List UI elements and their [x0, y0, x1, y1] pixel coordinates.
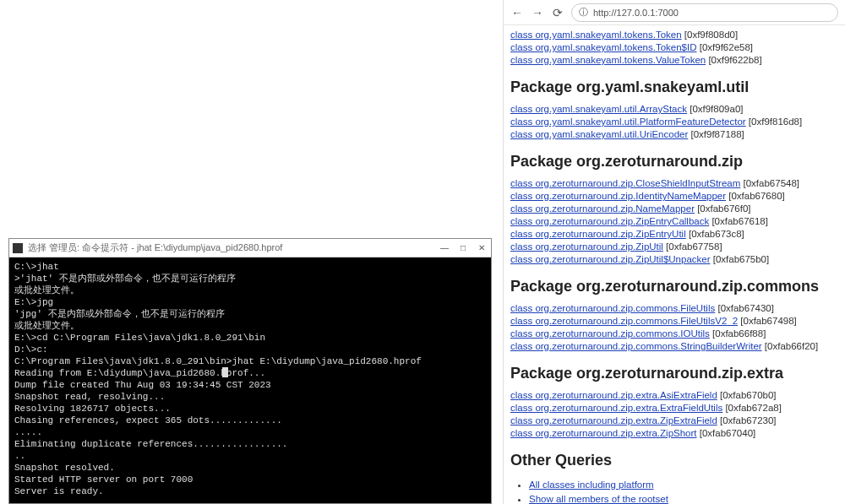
terminal-line: 或批处理文件。 — [14, 320, 486, 332]
class-line: class org.zeroturnaround.zip.NameMapper … — [510, 203, 838, 215]
class-address: [0xfab67230] — [720, 415, 777, 425]
class-address: [0xfab67758] — [666, 241, 722, 252]
terminal-line: Snapshot resolved. — [14, 462, 486, 474]
class-link[interactable]: class org.zeroturnaround.zip.ZipUtil$Unp… — [510, 254, 711, 264]
class-line: class org.yaml.snakeyaml.tokens.Token$ID… — [510, 41, 838, 54]
other-queries-heading: Other Queries — [510, 452, 838, 469]
list-item: Show all members of the rootset — [529, 492, 838, 504]
terminal-line: C:\Program Files\java\jdk1.8.0_291\bin>j… — [14, 355, 486, 367]
class-line: class org.zeroturnaround.zip.extra.ZipSh… — [510, 427, 838, 440]
url-text: http://127.0.0.1:7000 — [593, 8, 679, 18]
terminal-line: Snapshot read, resolving... — [14, 391, 486, 403]
class-link[interactable]: class org.zeroturnaround.zip.commons.Str… — [510, 341, 762, 351]
terminal-window: 选择 管理员: 命令提示符 - jhat E:\diydump\java_pid… — [8, 238, 492, 504]
terminal-line: E:\>jpg — [14, 296, 486, 308]
class-line: class org.zeroturnaround.zip.commons.Fil… — [510, 302, 838, 315]
window-title: 选择 管理员: 命令提示符 - jhat E:\diydump\java_pid… — [28, 241, 439, 254]
reload-icon[interactable]: ⟳ — [551, 6, 564, 19]
package-heading: Package org.zeroturnaround.zip — [510, 153, 838, 171]
terminal-line: Reading from E:\diydump\java_pid2680.hpr… — [14, 367, 486, 379]
window-title-bar[interactable]: 选择 管理员: 命令提示符 - jhat E:\diydump\java_pid… — [9, 239, 491, 257]
url-input[interactable]: ⓘ http://127.0.0.1:7000 — [571, 3, 838, 22]
class-link[interactable]: class org.zeroturnaround.zip.IdentityNam… — [510, 191, 726, 201]
back-icon[interactable]: ← — [510, 6, 524, 19]
class-address: [0xfab66f20] — [765, 341, 818, 351]
cursor-icon — [222, 367, 228, 377]
query-link[interactable]: Show all members of the rootset — [529, 494, 668, 504]
class-address: [0xf9f808d0] — [684, 30, 738, 40]
query-link[interactable]: All classes including platform — [529, 480, 654, 490]
terminal-line: Started HTTP server on port 7000 — [14, 474, 486, 485]
class-link[interactable]: class org.zeroturnaround.zip.commons.Fil… — [510, 303, 715, 313]
class-link[interactable]: class org.zeroturnaround.zip.commons.Fil… — [510, 316, 738, 326]
class-line: class org.yaml.snakeyaml.tokens.Token [0… — [510, 29, 838, 41]
class-address: [0xf9f809a0] — [690, 104, 743, 114]
class-address: [0xfab67040] — [700, 428, 756, 438]
terminal-line: Resolving 1826717 objects... — [14, 403, 486, 415]
minimize-button[interactable]: — — [439, 242, 450, 254]
terminal-line: Dump file created Thu Aug 03 19:34:45 CS… — [14, 379, 486, 391]
forward-icon[interactable]: → — [531, 6, 544, 19]
class-link[interactable]: class org.yaml.snakeyaml.util.PlatformFe… — [510, 117, 746, 127]
package-heading: Package org.yaml.snakeyaml.util — [510, 79, 838, 96]
class-address: [0xfab672a8] — [725, 403, 782, 413]
terminal-icon — [13, 243, 23, 253]
class-line: class org.zeroturnaround.zip.commons.IOU… — [510, 328, 838, 340]
class-link[interactable]: class org.zeroturnaround.zip.extra.ZipEx… — [510, 415, 717, 425]
page-content: class org.yaml.snakeyaml.tokens.Token [0… — [504, 25, 845, 504]
class-link[interactable]: class org.zeroturnaround.zip.ZipEntryCal… — [510, 216, 709, 226]
class-line: class org.zeroturnaround.zip.commons.Str… — [510, 340, 838, 353]
terminal-line: >'jhat' 不是内部或外部命令，也不是可运行的程序 — [14, 273, 486, 285]
class-link[interactable]: class org.zeroturnaround.zip.CloseShield… — [510, 178, 740, 188]
class-line: class org.zeroturnaround.zip.CloseShield… — [510, 177, 838, 190]
class-line: class org.yaml.snakeyaml.util.UriEncoder… — [510, 128, 838, 141]
class-line: class org.zeroturnaround.zip.ZipEntryCal… — [510, 215, 838, 228]
class-line: class org.zeroturnaround.zip.ZipEntryUti… — [510, 228, 838, 241]
terminal-line: Eliminating duplicate references........… — [14, 438, 486, 450]
class-link[interactable]: class org.yaml.snakeyaml.util.UriEncoder — [510, 129, 688, 139]
package-heading: Package org.zeroturnaround.zip.commons — [510, 278, 838, 295]
class-address: [0xfab67498] — [740, 316, 797, 326]
class-line: class org.yaml.snakeyaml.util.ArrayStack… — [510, 103, 838, 116]
class-link[interactable]: class org.zeroturnaround.zip.ZipUtil — [510, 241, 663, 252]
class-address: [0xfab66f88] — [712, 328, 766, 339]
class-address: [0xf9f87188] — [690, 129, 744, 139]
class-address: [0xfab67430] — [717, 303, 774, 313]
class-link[interactable]: class org.yaml.snakeyaml.util.ArrayStack — [510, 104, 687, 114]
class-address: [0xfab670b0] — [720, 390, 777, 400]
class-line: class org.zeroturnaround.zip.commons.Fil… — [510, 315, 838, 328]
class-link[interactable]: class org.zeroturnaround.zip.NameMapper — [510, 203, 695, 214]
class-line: class org.yaml.snakeyaml.tokens.ValueTok… — [510, 54, 838, 67]
class-link[interactable]: class org.zeroturnaround.zip.extra.ZipSh… — [510, 428, 697, 438]
terminal-line: Server is ready. — [14, 485, 486, 497]
package-heading: Package org.zeroturnaround.zip.extra — [510, 365, 838, 382]
class-link[interactable]: class org.yaml.snakeyaml.tokens.Token — [510, 30, 682, 40]
class-line: class org.zeroturnaround.zip.ZipUtil [0x… — [510, 241, 838, 253]
class-address: [0xfab673c8] — [689, 229, 744, 239]
terminal-line: .. — [14, 450, 486, 462]
class-link[interactable]: class org.zeroturnaround.zip.extra.AsiEx… — [510, 390, 717, 400]
class-address: [0xfab676f0] — [697, 203, 750, 214]
terminal-line: ..... — [14, 426, 486, 438]
class-line: class org.zeroturnaround.zip.ZipUtil$Unp… — [510, 253, 838, 266]
class-line: class org.zeroturnaround.zip.extra.Extra… — [510, 402, 838, 415]
class-link[interactable]: class org.zeroturnaround.zip.extra.Extra… — [510, 403, 722, 413]
terminal-output[interactable]: C:\>jhat>'jhat' 不是内部或外部命令，也不是可运行的程序或批处理文… — [9, 257, 491, 503]
maximize-button[interactable]: □ — [457, 242, 469, 254]
class-line: class org.yaml.snakeyaml.util.PlatformFe… — [510, 116, 838, 128]
browser-window: ← → ⟳ ⓘ http://127.0.0.1:7000 class org.… — [503, 0, 845, 504]
terminal-line: Chasing references, expect 365 dots.....… — [14, 415, 486, 426]
site-info-icon[interactable]: ⓘ — [579, 6, 588, 19]
other-queries-list: All classes including platformShow all m… — [529, 478, 838, 504]
class-link[interactable]: class org.zeroturnaround.zip.ZipEntryUti… — [510, 229, 686, 239]
class-link[interactable]: class org.yaml.snakeyaml.tokens.ValueTok… — [510, 55, 706, 65]
class-link[interactable]: class org.yaml.snakeyaml.tokens.Token$ID — [510, 42, 697, 52]
terminal-line: 'jpg' 不是内部或外部命令，也不是可运行的程序 — [14, 308, 486, 320]
terminal-line: C:\>jhat — [14, 261, 486, 273]
close-button[interactable]: ✕ — [476, 242, 488, 254]
class-address: [0xfab67618] — [711, 216, 768, 226]
class-address: [0xf9f62e58] — [700, 42, 753, 52]
class-link[interactable]: class org.zeroturnaround.zip.commons.IOU… — [510, 328, 710, 339]
class-line: class org.zeroturnaround.zip.extra.ZipEx… — [510, 415, 838, 427]
class-address: [0xfab67680] — [728, 191, 785, 201]
